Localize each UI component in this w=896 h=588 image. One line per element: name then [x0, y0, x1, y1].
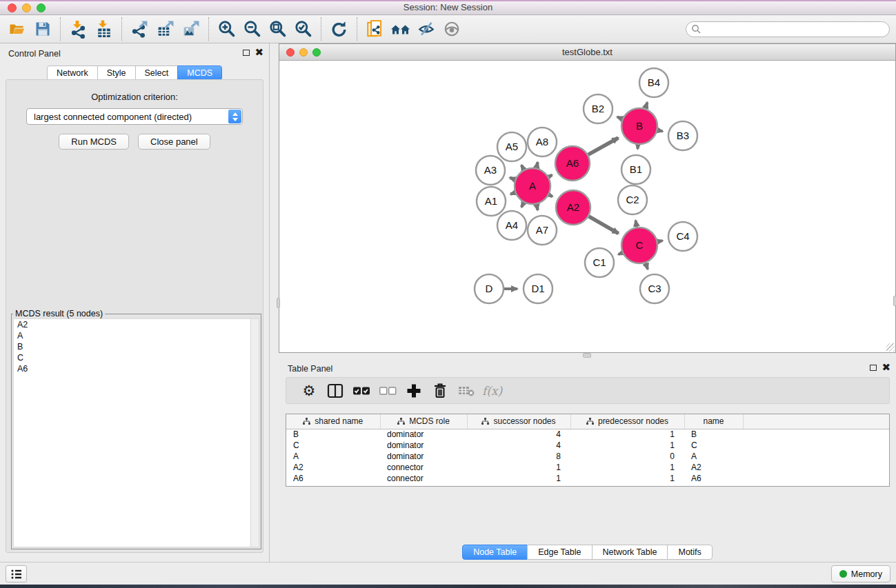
- cell-successor-nodes[interactable]: 1: [467, 462, 570, 473]
- cell-successor-nodes[interactable]: 4: [467, 429, 570, 440]
- zoom-selected-icon[interactable]: [290, 18, 316, 40]
- graph-node-C2[interactable]: C2: [618, 185, 647, 214]
- float-panel-icon[interactable]: [243, 50, 250, 56]
- graph-edge-A6-B[interactable]: [588, 138, 619, 154]
- graph-node-B3[interactable]: B3: [668, 121, 697, 150]
- graph-node-A[interactable]: A: [515, 168, 550, 204]
- eye-slash-icon[interactable]: [413, 18, 439, 40]
- right-splitter-handle[interactable]: [893, 296, 896, 306]
- table-row[interactable]: A6connector11A6: [286, 473, 889, 484]
- network-maximize-button[interactable]: [312, 48, 321, 57]
- cell-MCDS-role[interactable]: connector: [380, 473, 467, 484]
- result-item-b[interactable]: B: [14, 341, 250, 352]
- cell-MCDS-role[interactable]: dominator: [380, 451, 467, 462]
- graph-node-D1[interactable]: D1: [524, 274, 552, 303]
- graph-edge-C-C1[interactable]: [619, 253, 623, 254]
- graph-edge-B-B4[interactable]: [646, 103, 648, 109]
- graph-node-C1[interactable]: C1: [585, 248, 614, 277]
- graph-edge-A-A4[interactable]: [521, 203, 524, 207]
- graph-edge-B-B2[interactable]: [617, 117, 622, 119]
- float-table-panel-icon[interactable]: [870, 365, 877, 371]
- column-header-name[interactable]: name: [684, 414, 743, 429]
- cell-MCDS-role[interactable]: connector: [380, 462, 467, 473]
- delete-trash-icon[interactable]: [427, 381, 453, 401]
- graph-edge-A-A5[interactable]: [521, 165, 524, 170]
- function-builder-icon[interactable]: f(x): [482, 384, 502, 398]
- refresh-icon[interactable]: [326, 18, 352, 40]
- split-columns-icon[interactable]: [322, 381, 348, 401]
- table-row[interactable]: Cdominator41C: [286, 440, 889, 451]
- graph-node-A6[interactable]: A6: [555, 146, 590, 181]
- result-item-c[interactable]: C: [14, 352, 250, 363]
- cell-shared-name[interactable]: A2: [286, 462, 380, 473]
- cell-name[interactable]: C: [684, 440, 743, 451]
- column-header-shared-name[interactable]: shared name: [286, 414, 380, 429]
- graph-edge-C-C3[interactable]: [646, 263, 648, 270]
- cell-successor-nodes[interactable]: 8: [467, 451, 570, 462]
- graph-edge-B-B3[interactable]: [657, 130, 662, 132]
- minimize-window-button[interactable]: [22, 3, 31, 12]
- table-row[interactable]: A2connector11A2: [286, 462, 889, 473]
- import-table-icon[interactable]: [91, 18, 117, 40]
- graph-edge-A-A3[interactable]: [510, 178, 515, 180]
- save-icon[interactable]: [30, 18, 55, 40]
- node-table-container[interactable]: shared nameMCDS rolesuccessor nodesprede…: [286, 414, 890, 487]
- graph-node-A3[interactable]: A3: [476, 156, 505, 185]
- graph-node-C3[interactable]: C3: [640, 274, 669, 303]
- close-window-button[interactable]: [8, 3, 17, 12]
- graph-edge-A-A2[interactable]: [549, 195, 552, 197]
- graph-edge-A-A6[interactable]: [549, 175, 552, 177]
- zoom-fit-icon[interactable]: [265, 18, 290, 40]
- graph-node-C4[interactable]: C4: [668, 222, 697, 251]
- result-item-a[interactable]: A: [14, 330, 250, 341]
- tab-mcds[interactable]: MCDS: [177, 65, 222, 81]
- show-columns-icon[interactable]: [348, 381, 375, 401]
- network-titlebar[interactable]: testGlobe.txt: [279, 44, 895, 61]
- table-row[interactable]: Adominator80A: [286, 451, 889, 462]
- graph-node-C[interactable]: C: [621, 227, 657, 263]
- cell-name[interactable]: B: [684, 429, 743, 440]
- tab-network[interactable]: Network: [47, 65, 98, 81]
- graph-node-B[interactable]: B: [621, 108, 657, 144]
- add-column-icon[interactable]: [401, 381, 427, 401]
- graph-edge-A-A1[interactable]: [510, 192, 515, 194]
- settings-gear-icon[interactable]: ⚙: [296, 381, 322, 401]
- cell-successor-nodes[interactable]: 4: [467, 440, 570, 451]
- graph-node-A4[interactable]: A4: [497, 211, 526, 240]
- graph-node-A1[interactable]: A1: [477, 187, 506, 216]
- tab-network-table[interactable]: Network Table: [592, 545, 668, 560]
- cell-shared-name[interactable]: A: [286, 451, 380, 462]
- tab-edge-table[interactable]: Edge Table: [527, 545, 592, 560]
- close-panel-button[interactable]: Close panel: [138, 134, 210, 150]
- graph-node-A8[interactable]: A8: [528, 128, 557, 156]
- result-item-a6[interactable]: A6: [14, 363, 250, 374]
- import-network-icon[interactable]: [66, 18, 91, 40]
- cell-predecessor-nodes[interactable]: 0: [570, 451, 684, 462]
- cell-predecessor-nodes[interactable]: 1: [570, 440, 684, 451]
- cell-name[interactable]: A2: [684, 462, 743, 473]
- result-scrollbar[interactable]: [250, 319, 259, 547]
- graph-edge-B-B1[interactable]: [637, 145, 638, 149]
- graph-edge-A-A8[interactable]: [537, 162, 538, 168]
- task-history-button[interactable]: [6, 565, 27, 582]
- graph-edge-A2-C[interactable]: [589, 216, 619, 234]
- maximize-window-button[interactable]: [37, 3, 46, 12]
- network-close-button[interactable]: [286, 48, 295, 57]
- cell-name[interactable]: A6: [684, 473, 743, 484]
- tab-node-table[interactable]: Node Table: [462, 545, 528, 560]
- network-canvas[interactable]: B4B2BB3A5A8A6B1A3AC2A1A2A4A7CC4C1C3DD1: [279, 61, 895, 352]
- double-home-icon[interactable]: [388, 18, 413, 40]
- graph-node-B1[interactable]: B1: [621, 155, 650, 184]
- tab-motifs[interactable]: Motifs: [667, 545, 712, 560]
- hide-columns-icon[interactable]: [375, 381, 401, 401]
- graph-edge-A-A7[interactable]: [537, 204, 538, 210]
- table-row[interactable]: Bdominator41B: [286, 429, 889, 440]
- graph-node-A2[interactable]: A2: [556, 190, 590, 225]
- memory-button[interactable]: Memory: [831, 565, 890, 582]
- folder-open-icon[interactable]: [4, 18, 30, 40]
- cell-shared-name[interactable]: B: [286, 429, 380, 440]
- close-table-panel-icon[interactable]: ✖: [882, 363, 890, 372]
- graph-edge-C-C2[interactable]: [636, 221, 637, 227]
- horizontal-splitter-handle[interactable]: [583, 353, 591, 358]
- zoom-in-icon[interactable]: [214, 18, 239, 40]
